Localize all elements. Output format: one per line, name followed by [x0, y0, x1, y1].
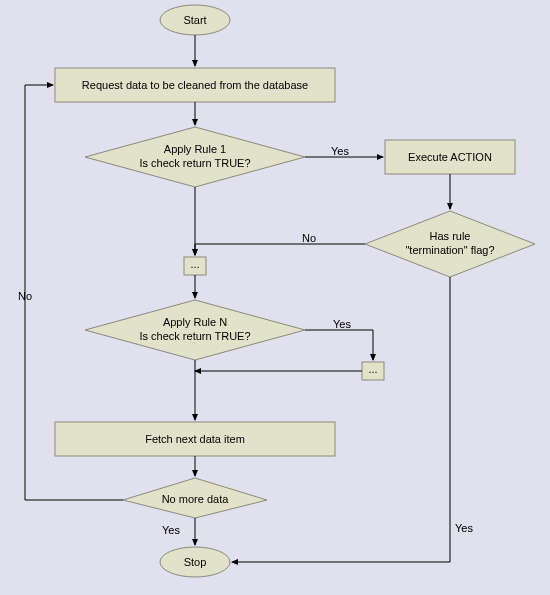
- rule1-node: [85, 127, 305, 187]
- stop-node: [160, 547, 230, 577]
- fetch-node: [55, 422, 335, 456]
- ruleN-node: [85, 300, 305, 360]
- action-node: [385, 140, 515, 174]
- start-node: [160, 5, 230, 35]
- edge-no-nomore: No: [18, 290, 32, 302]
- dots2-node: [362, 362, 384, 380]
- edge-yes-nomore: Yes: [162, 524, 180, 536]
- edge-yes-termination: Yes: [455, 522, 473, 534]
- nomore-node: [123, 478, 267, 518]
- termination-node: [365, 211, 535, 277]
- edge-no-termination: No: [302, 232, 316, 244]
- edge-yes-rule1: Yes: [331, 145, 349, 157]
- dots1-node: [184, 257, 206, 275]
- request-node: [55, 68, 335, 102]
- edge-yes-ruleN: Yes: [333, 318, 351, 330]
